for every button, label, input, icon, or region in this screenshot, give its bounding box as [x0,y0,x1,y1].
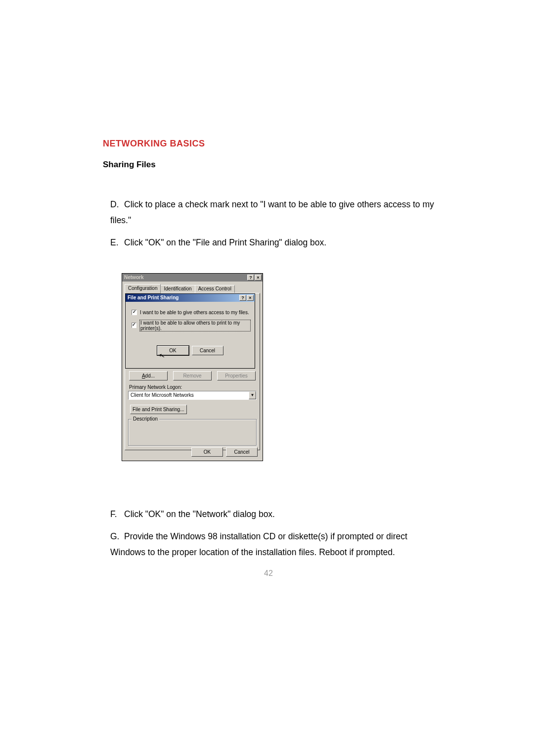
close-button[interactable]: × [255,275,262,281]
titlebar-buttons: ? × [247,275,262,281]
fps-titlebar: File and Print Sharing ? × [126,294,255,302]
network-dialog: Network ? × Configuration Identification… [122,273,263,461]
checkbox-label-printers: I want to be able to allow others to pri… [139,320,251,331]
network-cancel-button[interactable]: Cancel [226,447,258,457]
page-number: 42 [103,569,434,578]
section-header: NETWORKING BASICS [103,139,434,149]
tab-row: Configuration Identification Access Cont… [125,284,263,293]
chevron-down-icon[interactable]: ▼ [249,391,256,399]
fps-cancel-button[interactable]: Cancel [192,346,223,355]
network-titlebar: Network ? × [122,274,263,282]
primary-logon-combo[interactable]: Client for Microsoft Networks ▼ [128,391,257,400]
step-e: E.Click "OK" on the "File and Print Shar… [110,235,434,251]
remove-button: Remove [173,371,212,380]
content-column: NETWORKING BASICS Sharing Files D.Click … [103,139,434,578]
network-ok-button[interactable]: OK [191,447,223,457]
step-f: F.Click "OK" on the "Network" dialog box… [110,507,434,522]
step-marker: G. [110,529,124,545]
checkbox-files[interactable] [132,310,137,315]
step-marker: F. [110,507,124,522]
step-g: G.Provide the Windows 98 installation CD… [110,529,434,560]
close-button[interactable]: × [247,295,254,301]
configuration-lower: AAdd...dd... Remove Properties Primary N… [128,371,257,446]
help-button[interactable]: ? [247,275,254,281]
step-marker: D. [110,197,124,213]
page: NETWORKING BASICS Sharing Files D.Click … [0,0,534,756]
step-text: Provide the Windows 98 installation CD o… [110,531,407,557]
fps-button-row: OK Cancel ↖ [130,346,251,355]
tab-configuration[interactable]: Configuration [125,284,161,293]
fps-title: File and Print Sharing [128,295,239,300]
checkbox-label-files: I want to be able to give others access … [140,310,249,315]
step-d: D.Click to place a check mark next to "I… [110,197,434,228]
instructions-bottom: F.Click "OK" on the "Network" dialog box… [103,507,434,561]
description-legend: Description [132,416,159,422]
primary-logon-label: Primary Network Logon: [129,384,257,390]
help-button[interactable]: ? [239,295,246,301]
instructions-top: D.Click to place a check mark next to "I… [103,197,434,251]
tab-identification[interactable]: Identification [160,285,195,293]
subtitle: Sharing Files [103,160,434,170]
add-button[interactable]: AAdd...dd... [129,371,168,380]
step-marker: E. [110,235,124,251]
primary-logon-value: Client for Microsoft Networks [129,391,249,399]
fps-body: I want to be able to give others access … [126,302,255,359]
step-text: Click to place a check mark next to "I w… [110,199,434,225]
screenshot: Network ? × Configuration Identification… [122,273,263,461]
file-print-sharing-dialog: File and Print Sharing ? × I want to be … [125,293,255,369]
network-footer-buttons: OK Cancel [191,447,258,457]
component-buttons: AAdd...dd... Remove Properties [128,371,257,380]
configuration-panel: File and Print Sharing ? × I want to be … [125,293,260,450]
step-text: Click "OK" on the "Network" dialog box. [124,509,275,519]
tab-access-control[interactable]: Access Control [195,285,235,293]
checkbox-printers[interactable] [132,323,136,328]
step-text: Click "OK" on the "File and Print Sharin… [124,237,326,247]
checkbox-row-files[interactable]: I want to be able to give others access … [132,310,251,315]
file-print-sharing-button[interactable]: File and Print Sharing... [130,405,187,414]
description-groupbox: Description [128,419,257,446]
titlebar-buttons: ? × [239,295,254,301]
network-title: Network [124,275,247,280]
checkbox-row-printers[interactable]: I want to be able to allow others to pri… [132,320,251,331]
properties-button: Properties [217,371,256,380]
